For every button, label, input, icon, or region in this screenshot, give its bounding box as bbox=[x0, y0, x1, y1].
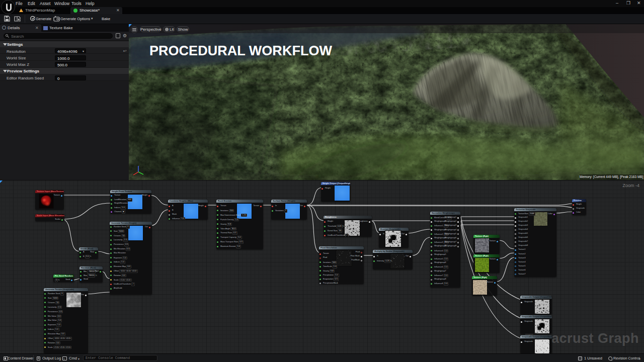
svg-text:PROCEDURAL WORKFLOW: PROCEDURAL WORKFLOW bbox=[149, 43, 333, 58]
